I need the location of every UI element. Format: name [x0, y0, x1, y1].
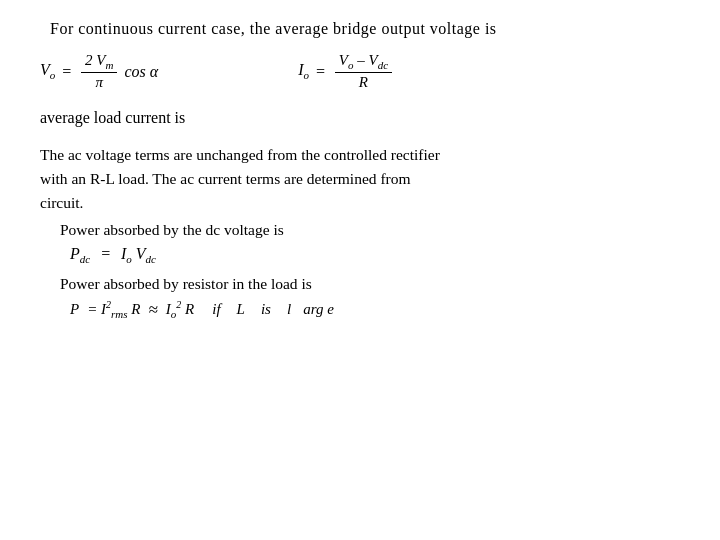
- p-L: L: [237, 301, 245, 318]
- vo-equation: Vo = 2 Vm π cos α: [40, 52, 158, 91]
- avg-load-line: average load current is: [30, 109, 690, 127]
- formula-row-1: Vo = 2 Vm π cos α Io = Vo – Vdc R: [30, 52, 690, 91]
- vo-fraction: 2 Vm π: [81, 52, 117, 91]
- p-eq-part1: = I2rms R: [87, 299, 140, 320]
- p-label: P: [70, 301, 79, 318]
- page: For continuous current case, the average…: [0, 0, 720, 540]
- pdc-equation: Pdc = Io Vdc: [30, 245, 690, 265]
- pdc-equals: =: [100, 245, 111, 262]
- p-equation: P = I2rms R ≈ Io2 R if L is l arg e: [30, 299, 690, 320]
- vo-equals: =: [61, 63, 72, 81]
- avg-load-text: average load current is: [40, 109, 185, 126]
- header-text: For continuous current case, the average…: [50, 20, 497, 38]
- para1-line3: circuit.: [40, 191, 690, 215]
- p-large: l: [287, 301, 291, 318]
- io-equals: =: [315, 63, 326, 81]
- io-denom: R: [355, 73, 372, 91]
- io-numer: Vo – Vdc: [335, 52, 392, 73]
- cos-alpha: cos α: [124, 63, 158, 81]
- para1-line1: The ac voltage terms are unchanged from …: [40, 143, 690, 167]
- io-fraction: Vo – Vdc R: [335, 52, 392, 91]
- header-line: For continuous current case, the average…: [30, 20, 690, 38]
- para1-line2: with an R-L load. The ac current terms a…: [40, 167, 690, 191]
- power-resistor-text: Power absorbed by resistor in the load i…: [60, 275, 312, 292]
- power-dc-text: Power absorbed by the dc voltage is: [60, 221, 284, 238]
- pdc-rhs: Io Vdc: [121, 245, 156, 262]
- p-arg-e: arg e: [303, 301, 334, 318]
- io-label: Io: [298, 61, 309, 81]
- pdc-label: Pdc: [70, 245, 90, 262]
- vo-numer: 2 Vm: [81, 52, 117, 73]
- p-is: is: [261, 301, 271, 318]
- io-equation: Io = Vo – Vdc R: [298, 52, 395, 91]
- power-resistor-line: Power absorbed by resistor in the load i…: [30, 275, 690, 293]
- paragraph-1: The ac voltage terms are unchanged from …: [30, 143, 690, 215]
- p-approx: ≈: [148, 300, 157, 320]
- vo-label: Vo: [40, 61, 55, 81]
- p-if: if: [212, 301, 220, 318]
- power-dc-line: Power absorbed by the dc voltage is: [30, 221, 690, 239]
- p-io2r: Io2 R: [166, 299, 194, 320]
- vo-denom: π: [92, 73, 108, 91]
